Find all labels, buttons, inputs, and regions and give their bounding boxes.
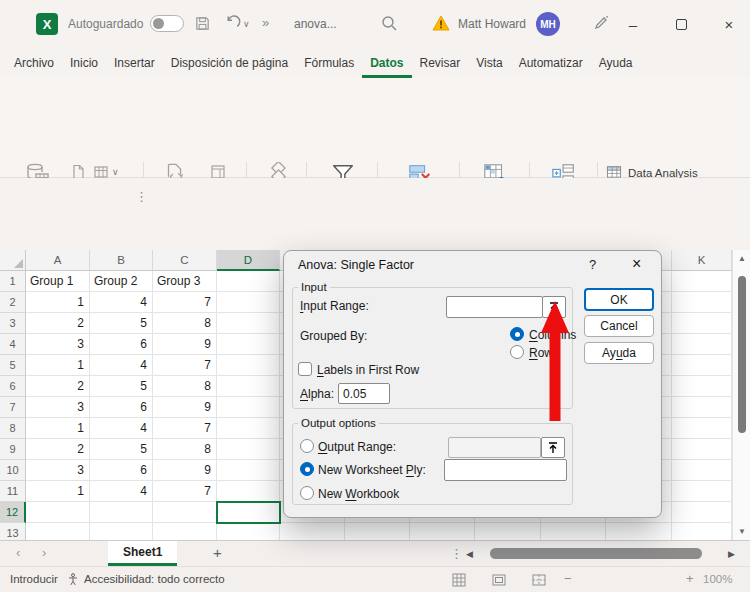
- excel-logo-icon[interactable]: X: [36, 13, 58, 35]
- cell[interactable]: 2: [26, 313, 90, 334]
- cell[interactable]: [217, 313, 280, 334]
- row-header-1[interactable]: 1: [0, 271, 26, 292]
- row-header-12[interactable]: 12: [0, 502, 26, 523]
- cell[interactable]: [217, 439, 280, 460]
- row-header-3[interactable]: 3: [0, 313, 26, 334]
- user-name[interactable]: Matt Howard: [458, 17, 526, 31]
- search-icon[interactable]: [380, 14, 398, 32]
- cell[interactable]: 1: [26, 292, 90, 313]
- cell[interactable]: [541, 523, 606, 540]
- page-layout-view-icon[interactable]: [492, 573, 506, 587]
- row-header-7[interactable]: 7: [0, 397, 26, 418]
- ribbon-tab-archivo[interactable]: Archivo: [6, 48, 62, 78]
- column-header-C[interactable]: C: [153, 250, 217, 271]
- cell[interactable]: 8: [153, 439, 217, 460]
- row-header-13[interactable]: 13: [0, 523, 26, 540]
- undo-chevron-icon[interactable]: ∨: [243, 19, 250, 29]
- maximize-button[interactable]: [666, 10, 696, 38]
- name-box-dots-icon[interactable]: ⋮: [135, 189, 148, 204]
- rows-radio[interactable]: [510, 345, 524, 359]
- ribbon-tab-insertar[interactable]: Insertar: [106, 48, 163, 78]
- row-header-2[interactable]: 2: [0, 292, 26, 313]
- cell[interactable]: 3: [26, 334, 90, 355]
- vertical-scroll-thumb[interactable]: [738, 276, 746, 433]
- cell[interactable]: [217, 523, 280, 540]
- cell[interactable]: 9: [153, 397, 217, 418]
- cell[interactable]: 1: [26, 418, 90, 439]
- sheet-tab-sheet1[interactable]: Sheet1: [108, 541, 177, 566]
- scroll-down-icon[interactable]: ▼: [738, 527, 746, 536]
- hscroll-left-icon[interactable]: ◀: [466, 549, 473, 559]
- normal-view-icon[interactable]: [452, 573, 466, 587]
- cell[interactable]: [217, 355, 280, 376]
- row-header-6[interactable]: 6: [0, 376, 26, 397]
- zoom-out-button[interactable]: −: [564, 571, 572, 586]
- cell[interactable]: [672, 439, 732, 460]
- cell[interactable]: 4: [90, 355, 153, 376]
- cell[interactable]: 4: [90, 292, 153, 313]
- output-range-picker[interactable]: [541, 437, 565, 458]
- dialog-close-icon[interactable]: ×: [632, 255, 641, 273]
- cell[interactable]: [217, 292, 280, 313]
- ribbon-tab-automatizar[interactable]: Automatizar: [511, 48, 591, 78]
- cell[interactable]: [475, 523, 541, 540]
- cell[interactable]: 8: [153, 313, 217, 334]
- column-header-B[interactable]: B: [90, 250, 153, 271]
- cell[interactable]: [672, 481, 732, 502]
- undo-icon[interactable]: [224, 15, 241, 32]
- ok-button[interactable]: OK: [584, 288, 654, 311]
- cell[interactable]: 4: [90, 481, 153, 502]
- row-header-8[interactable]: 8: [0, 418, 26, 439]
- row-header-9[interactable]: 9: [0, 439, 26, 460]
- cell[interactable]: 3: [26, 460, 90, 481]
- get-data-small-chevron-icon[interactable]: ∨: [112, 167, 119, 177]
- cell[interactable]: [672, 334, 732, 355]
- cell[interactable]: 2: [26, 439, 90, 460]
- output-range-field[interactable]: [448, 437, 541, 458]
- new-worksheet-ply-field[interactable]: [444, 459, 567, 481]
- cell[interactable]: 5: [90, 313, 153, 334]
- cell[interactable]: [217, 397, 280, 418]
- add-sheet-button[interactable]: +: [213, 544, 222, 561]
- cell[interactable]: 1: [26, 481, 90, 502]
- cell[interactable]: [217, 271, 280, 292]
- ribbon-tab-inicio[interactable]: Inicio: [62, 48, 106, 78]
- cell[interactable]: 3: [26, 397, 90, 418]
- ribbon-tab-ayuda[interactable]: Ayuda: [591, 48, 641, 78]
- document-title[interactable]: anova...: [294, 17, 337, 31]
- column-header-K[interactable]: K: [672, 250, 732, 271]
- cell[interactable]: [280, 523, 345, 540]
- cell[interactable]: 6: [90, 460, 153, 481]
- cell[interactable]: 4: [90, 418, 153, 439]
- cell[interactable]: 6: [90, 397, 153, 418]
- cell[interactable]: 7: [153, 481, 217, 502]
- cell[interactable]: [410, 523, 475, 540]
- cell[interactable]: [672, 502, 732, 523]
- cell[interactable]: Group 3: [153, 271, 217, 292]
- cell[interactable]: 2: [26, 376, 90, 397]
- close-button[interactable]: ×: [714, 10, 744, 38]
- ribbon-tab-fórmulas[interactable]: Fórmulas: [296, 48, 362, 78]
- help-button[interactable]: Ayuda: [584, 342, 654, 364]
- row-header-4[interactable]: 4: [0, 334, 26, 355]
- cell[interactable]: [217, 481, 280, 502]
- cell[interactable]: [345, 523, 410, 540]
- autosave-toggle[interactable]: [150, 15, 184, 32]
- cancel-button[interactable]: Cancel: [584, 315, 654, 337]
- cell[interactable]: [217, 376, 280, 397]
- ink-pencil-icon[interactable]: [592, 14, 610, 32]
- cell[interactable]: 5: [90, 439, 153, 460]
- row-header-10[interactable]: 10: [0, 460, 26, 481]
- cell[interactable]: [672, 313, 732, 334]
- output-range-radio[interactable]: [300, 439, 314, 453]
- cell[interactable]: 7: [153, 292, 217, 313]
- row-header-11[interactable]: 11: [0, 481, 26, 502]
- column-header-A[interactable]: A: [26, 250, 90, 271]
- cell[interactable]: 8: [153, 376, 217, 397]
- cell[interactable]: [26, 523, 90, 540]
- ribbon-tab-vista[interactable]: Vista: [468, 48, 510, 78]
- new-worksheet-ply-radio[interactable]: [300, 462, 314, 476]
- cell[interactable]: [672, 271, 732, 292]
- page-break-view-icon[interactable]: [532, 573, 546, 587]
- selected-cell-outline[interactable]: [216, 501, 281, 524]
